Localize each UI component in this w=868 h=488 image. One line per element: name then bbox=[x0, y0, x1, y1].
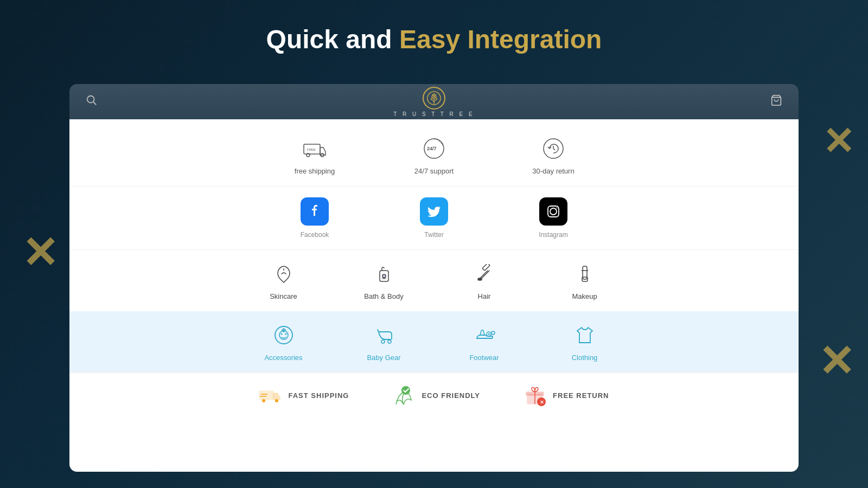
category-makeup[interactable]: Makeup bbox=[534, 261, 635, 300]
free-shipping-icon: FREE bbox=[302, 136, 328, 162]
page-title-highlight: Easy Integration bbox=[399, 25, 602, 54]
svg-point-38 bbox=[480, 278, 482, 280]
svg-point-46 bbox=[283, 330, 284, 331]
svg-point-48 bbox=[388, 340, 391, 343]
svg-point-55 bbox=[275, 399, 278, 402]
support-icon: 24/7 bbox=[421, 136, 447, 162]
cart-icon[interactable] bbox=[770, 94, 782, 109]
category-hair[interactable]: Hair bbox=[434, 261, 534, 300]
feature-return-label: 30-day return bbox=[532, 167, 574, 175]
svg-line-1 bbox=[93, 102, 96, 105]
category-clothing[interactable]: Clothing bbox=[534, 322, 635, 362]
decorative-x-right-top: ✕ bbox=[822, 119, 854, 164]
social-facebook[interactable]: Facebook bbox=[255, 197, 374, 239]
svg-point-30 bbox=[557, 208, 558, 209]
feature-30-day-return: 30-day return bbox=[494, 136, 613, 175]
decorative-x-right-bottom: ✕ bbox=[818, 336, 854, 387]
social-instagram[interactable]: Instagram bbox=[494, 197, 613, 239]
hair-label: Hair bbox=[478, 292, 491, 300]
feature-free-shipping: FREE free shipping bbox=[255, 136, 374, 175]
svg-point-54 bbox=[262, 399, 265, 402]
skincare-icon bbox=[271, 261, 297, 287]
makeup-label: Makeup bbox=[572, 292, 597, 300]
svg-point-58 bbox=[401, 386, 410, 395]
svg-point-52 bbox=[492, 331, 495, 335]
social-twitter[interactable]: Twitter bbox=[374, 197, 494, 239]
svg-line-36 bbox=[481, 271, 489, 279]
category-bath-body[interactable]: Bath & Body bbox=[334, 261, 434, 300]
svg-line-27 bbox=[553, 149, 555, 150]
free-return-icon: ✕ bbox=[524, 384, 546, 407]
accessories-icon bbox=[271, 322, 297, 348]
svg-point-12 bbox=[436, 98, 437, 100]
feature-247-support: 24/7 24/7 support bbox=[374, 136, 494, 175]
content-area: FREE free shipping 24/7 24/7 support bbox=[69, 119, 799, 472]
svg-point-51 bbox=[488, 333, 489, 335]
facebook-icon bbox=[301, 197, 329, 226]
twitter-label: Twitter bbox=[424, 231, 443, 239]
footwear-label: Footwear bbox=[469, 354, 499, 362]
bottom-eco-friendly: ECO FRIENDLY bbox=[392, 384, 480, 407]
svg-point-29 bbox=[550, 208, 557, 215]
category-accessories[interactable]: Accessories bbox=[233, 322, 334, 362]
category-skincare[interactable]: Skincare bbox=[233, 261, 334, 300]
search-icon[interactable] bbox=[86, 94, 98, 109]
twitter-icon bbox=[420, 197, 448, 226]
decorative-x-left: ✕ bbox=[22, 228, 58, 278]
social-row: Facebook Twitter bbox=[69, 187, 799, 250]
svg-point-44 bbox=[280, 333, 282, 335]
browser-navbar: T R U S T T R E E bbox=[69, 84, 799, 119]
svg-text:FREE: FREE bbox=[307, 148, 316, 151]
svg-point-0 bbox=[87, 96, 94, 103]
bottom-bar: FAST SHIPPING ECO FRIENDLY bbox=[69, 373, 799, 418]
category-footwear[interactable]: Footwear bbox=[434, 322, 534, 362]
makeup-icon bbox=[572, 261, 598, 287]
svg-text:24/7: 24/7 bbox=[427, 146, 437, 151]
logo-area: T R U S T T R E E bbox=[393, 87, 474, 117]
free-return-text: FREE RETURN bbox=[553, 391, 609, 400]
hair-icon bbox=[471, 261, 497, 287]
return-icon bbox=[540, 136, 566, 162]
svg-point-16 bbox=[435, 94, 436, 96]
feature-support-label: 24/7 support bbox=[414, 167, 454, 175]
instagram-icon bbox=[539, 197, 567, 226]
svg-point-33 bbox=[382, 274, 386, 278]
browser-window: T R U S T T R E E bbox=[69, 84, 799, 472]
logo-text: T R U S T T R E E bbox=[393, 111, 474, 117]
clothing-icon bbox=[572, 322, 598, 348]
category-baby-gear[interactable]: Baby Gear bbox=[334, 322, 434, 362]
nav-right bbox=[770, 94, 782, 109]
bath-body-label: Bath & Body bbox=[364, 292, 403, 300]
fast-shipping-text: FAST SHIPPING bbox=[288, 391, 349, 400]
svg-point-14 bbox=[435, 96, 437, 98]
svg-point-17 bbox=[433, 93, 435, 95]
fast-shipping-icon bbox=[259, 384, 282, 407]
svg-line-49 bbox=[378, 330, 379, 332]
svg-point-45 bbox=[285, 333, 286, 335]
accessories-label: Accessories bbox=[264, 354, 302, 362]
nav-left bbox=[86, 94, 98, 109]
footwear-icon bbox=[471, 322, 497, 348]
svg-point-47 bbox=[381, 340, 385, 343]
svg-rect-53 bbox=[259, 391, 273, 400]
features-row: FREE free shipping 24/7 24/7 support bbox=[69, 119, 799, 187]
svg-text:✕: ✕ bbox=[540, 400, 544, 405]
categories-row-2-highlighted: Accessories Baby Gear bbox=[69, 311, 799, 373]
svg-point-13 bbox=[431, 96, 433, 98]
feature-shipping-label: free shipping bbox=[295, 167, 335, 175]
page-title: Quick and Easy Integration bbox=[0, 24, 868, 54]
instagram-label: Instagram bbox=[539, 231, 567, 239]
svg-point-15 bbox=[432, 94, 433, 96]
page-title-area: Quick and Easy Integration bbox=[0, 0, 868, 54]
baby-gear-icon bbox=[371, 322, 397, 348]
page-title-plain: Quick and bbox=[266, 25, 399, 54]
bath-body-icon bbox=[371, 261, 397, 287]
logo-icon bbox=[423, 87, 445, 110]
skincare-label: Skincare bbox=[270, 292, 297, 300]
svg-point-11 bbox=[431, 98, 432, 100]
baby-gear-label: Baby Gear bbox=[367, 354, 400, 362]
clothing-label: Clothing bbox=[572, 354, 598, 362]
categories-row-1: Skincare Bath & Body bbox=[69, 250, 799, 311]
svg-rect-34 bbox=[482, 264, 490, 271]
eco-friendly-icon bbox=[392, 384, 415, 407]
